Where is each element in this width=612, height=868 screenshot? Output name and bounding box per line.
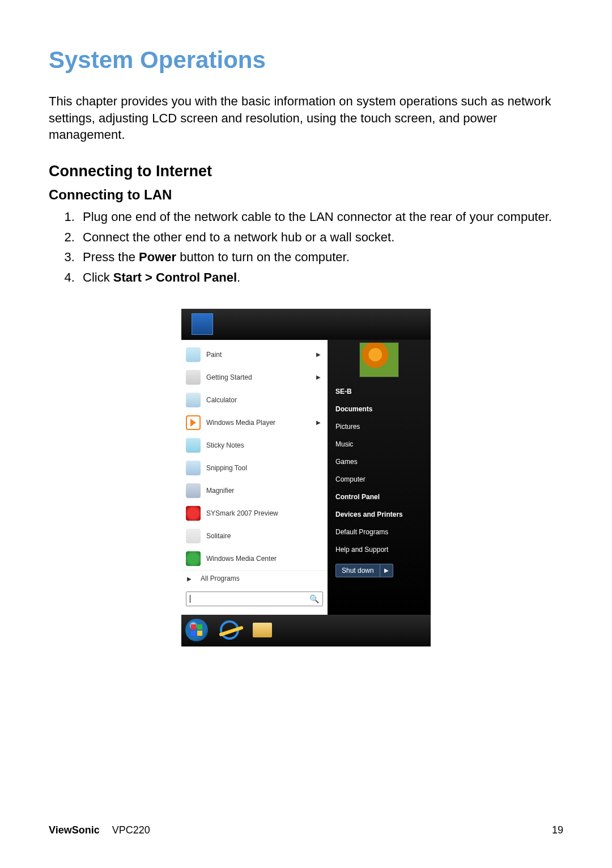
start-menu-screenshot: Paint ▶ Getting Started ▶ Calculator bbox=[49, 309, 563, 646]
program-label: Snipping Tool bbox=[206, 464, 323, 472]
chevron-right-icon: ▶ bbox=[316, 374, 321, 380]
sysmark-icon bbox=[186, 506, 201, 521]
program-sysmark[interactable]: SYSmark 2007 Preview bbox=[181, 502, 328, 525]
page-footer: ViewSonic VPC220 19 bbox=[49, 824, 563, 836]
program-sticky-notes[interactable]: Sticky Notes bbox=[181, 434, 328, 457]
program-label: Sticky Notes bbox=[206, 441, 323, 449]
program-label: Calculator bbox=[206, 396, 323, 404]
chevron-right-icon: ▶ bbox=[316, 351, 321, 358]
taskbar-explorer[interactable] bbox=[250, 619, 274, 641]
magnifier-icon bbox=[186, 483, 201, 498]
calculator-icon bbox=[186, 393, 201, 407]
program-label: Getting Started bbox=[206, 373, 316, 381]
link-documents[interactable]: Documents bbox=[328, 400, 431, 418]
program-windows-media-player[interactable]: Windows Media Player ▶ bbox=[181, 411, 328, 434]
section-heading: Connecting to Internet bbox=[49, 163, 563, 180]
footer-brand: ViewSonic bbox=[49, 824, 100, 836]
windows-orb-icon bbox=[185, 619, 208, 641]
steps-list: Plug one end of the network cable to the… bbox=[49, 209, 563, 286]
link-computer[interactable]: Computer bbox=[328, 470, 431, 488]
start-menu-left-panel: Paint ▶ Getting Started ▶ Calculator bbox=[181, 340, 328, 615]
link-games[interactable]: Games bbox=[328, 453, 431, 470]
internet-explorer-icon bbox=[220, 620, 239, 640]
search-icon: 🔍 bbox=[309, 594, 319, 603]
start-orb[interactable] bbox=[185, 619, 209, 641]
user-avatar[interactable] bbox=[359, 342, 399, 377]
start-menu-titlebar bbox=[181, 309, 431, 340]
search-input[interactable]: 🔍 bbox=[186, 592, 323, 606]
page-number: 19 bbox=[552, 824, 563, 836]
footer-model: VPC220 bbox=[112, 824, 150, 836]
link-pictures[interactable]: Pictures bbox=[328, 418, 431, 435]
solitaire-icon bbox=[186, 529, 201, 543]
windows-flag-icon bbox=[192, 313, 213, 335]
program-magnifier[interactable]: Magnifier bbox=[181, 479, 328, 502]
program-label: Windows Media Player bbox=[206, 419, 316, 427]
step-2: Connect the other end to a network hub o… bbox=[78, 229, 563, 246]
chevron-right-icon[interactable]: ▶ bbox=[380, 564, 393, 577]
link-devices-and-printers[interactable]: Devices and Printers bbox=[328, 505, 431, 523]
chevron-right-icon: ▶ bbox=[187, 576, 192, 582]
program-calculator[interactable]: Calculator bbox=[181, 389, 328, 411]
text-cursor bbox=[190, 595, 190, 603]
program-label: Paint bbox=[206, 351, 316, 359]
username[interactable]: SE-B bbox=[328, 383, 431, 400]
chevron-right-icon: ▶ bbox=[316, 419, 321, 426]
link-help-and-support[interactable]: Help and Support bbox=[328, 541, 431, 558]
all-programs[interactable]: ▶ All Programs bbox=[181, 570, 328, 587]
paint-icon bbox=[186, 347, 201, 362]
program-getting-started[interactable]: Getting Started ▶ bbox=[181, 366, 328, 389]
wmp-icon bbox=[186, 415, 201, 430]
shutdown-label: Shut down bbox=[336, 564, 380, 577]
sticky-notes-icon bbox=[186, 438, 201, 453]
all-programs-label: All Programs bbox=[201, 575, 240, 582]
program-label: Windows Media Center bbox=[206, 555, 323, 563]
program-label: Solitaire bbox=[206, 532, 323, 540]
page-title: System Operations bbox=[49, 46, 563, 74]
link-music[interactable]: Music bbox=[328, 435, 431, 453]
step-1: Plug one end of the network cable to the… bbox=[78, 209, 563, 225]
intro-paragraph: This chapter provides you with the basic… bbox=[49, 93, 563, 143]
wmc-icon bbox=[186, 551, 201, 566]
getting-started-icon bbox=[186, 370, 201, 385]
program-windows-media-center[interactable]: Windows Media Center bbox=[181, 547, 328, 570]
snipping-tool-icon bbox=[186, 461, 201, 475]
start-menu-right-panel: SE-B Documents Pictures Music Games Comp… bbox=[328, 340, 431, 615]
link-default-programs[interactable]: Default Programs bbox=[328, 523, 431, 541]
step-3: Press the Power button to turn on the co… bbox=[78, 249, 563, 266]
program-snipping-tool[interactable]: Snipping Tool bbox=[181, 457, 328, 479]
shutdown-button[interactable]: Shut down ▶ bbox=[335, 564, 393, 577]
program-solitaire[interactable]: Solitaire bbox=[181, 525, 328, 547]
folder-icon bbox=[253, 623, 272, 637]
link-control-panel[interactable]: Control Panel bbox=[328, 488, 431, 505]
program-label: SYSmark 2007 Preview bbox=[206, 509, 323, 517]
taskbar bbox=[181, 615, 431, 645]
subsection-heading: Connecting to LAN bbox=[49, 187, 563, 203]
program-paint[interactable]: Paint ▶ bbox=[181, 343, 328, 366]
taskbar-ie[interactable] bbox=[218, 619, 241, 641]
program-label: Magnifier bbox=[206, 487, 323, 495]
step-4: Click Start > Control Panel. bbox=[78, 269, 563, 286]
